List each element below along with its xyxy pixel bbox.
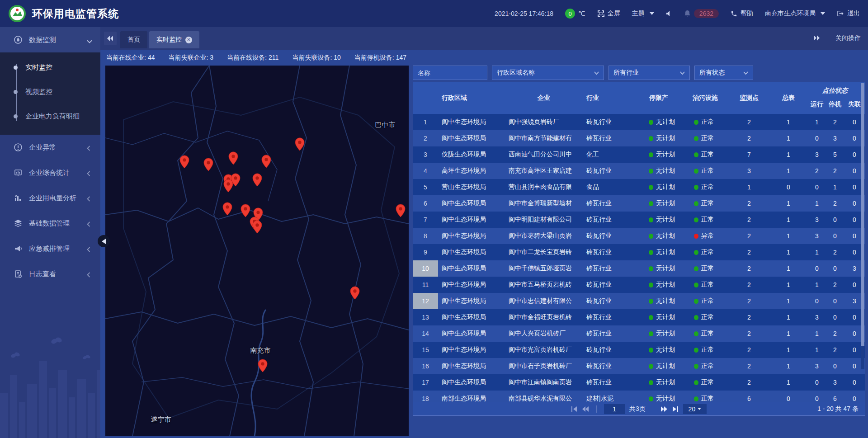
cell-region: 阆中生态环境局 [438,330,505,338]
table-row[interactable]: 15阆中生态环境局阆中市光富页岩机砖厂砖瓦行业无计划正常21120 [413,342,865,358]
table-row[interactable]: 4高坪生态环境局南充市高坪区王家店建砖瓦行业无计划正常31220 [413,163,865,179]
map-pin-icon[interactable] [350,286,360,300]
cell-lost: 0 [844,379,865,386]
cell-rownum: 14 [413,325,438,342]
cell-meters: 1 [769,346,808,353]
map-pin-icon[interactable] [241,204,250,217]
map-pin-icon[interactable] [396,204,406,217]
map-pin-icon[interactable] [179,155,189,169]
status-dot-icon [694,201,698,206]
sidebar-item-3[interactable]: 企业用电量分析 [0,185,100,211]
help-button[interactable]: 帮助 [731,9,753,18]
map-pin-icon[interactable] [252,220,262,234]
name-filter-input[interactable] [413,66,487,80]
table-row[interactable]: 8阆中生态环境局阆中市枣碧大梁山页岩砖瓦行业无计划异常21300 [413,228,865,244]
cell-stop: 2 [826,249,844,256]
cell-company: 阆中市光富页岩机砖厂 [505,346,583,354]
status-dot-icon [649,217,653,222]
next-page-button[interactable] [660,406,668,412]
map-pin-icon[interactable] [223,179,233,193]
table-row[interactable]: 2阆中生态环境局阆中市南方节能建材有砖瓦行业无计划正常21030 [413,130,865,146]
map-pin-icon[interactable] [222,202,232,216]
cell-company: 阆中大兴页岩机砖厂 [505,330,583,338]
sidebar-subitem[interactable]: 视频监控 [0,80,100,104]
fullscreen-button[interactable]: 全屏 [597,9,620,18]
table-row[interactable]: 6阆中生态环境局阆中市金博瑞新型墙材砖瓦行业无计划正常21120 [413,195,865,212]
map-panel[interactable]: 巴中市南充市遂宁市 [105,66,409,436]
sidebar-item-6[interactable]: 日志查看 [0,261,100,287]
cell-facility-status: 正常 [681,118,729,126]
theme-dropdown[interactable]: 主题 [632,9,654,18]
cell-run: 0 [808,297,826,305]
sidebar-item-4[interactable]: 基础数据管理 [0,211,100,236]
cell-rownum: 6 [413,195,438,212]
table-row[interactable]: 16阆中生态环境局阆中市石子页岩机砖厂砖瓦行业无计划正常21300 [413,358,865,374]
cell-run: 3 [808,216,826,223]
region-filter-select[interactable]: 行政区域名称 [492,66,604,80]
cell-run: 0 [808,184,826,191]
map-pin-icon[interactable] [252,173,262,187]
notifications[interactable]: 2632 [684,9,719,18]
layers-icon [14,219,23,228]
prev-page-button[interactable] [582,406,589,412]
map-collapse-button[interactable] [98,235,110,247]
table-row[interactable]: 12阆中生态环境局阆中市忠信建材有限公砖瓦行业无计划正常21003 [413,293,865,309]
temperature-badge: 0 [565,9,575,19]
cell-region: 营山生态环境局 [438,183,505,191]
table-row[interactable]: 3仪陇生态环境局西南油气田分公司川中化工无计划正常71350 [413,146,865,163]
status-filter-select[interactable]: 所有状态 [694,66,753,80]
map-pin-icon[interactable] [203,158,213,171]
tab-1[interactable]: 实时监控✕ [149,31,199,48]
logout-button[interactable]: 退出 [837,9,860,18]
first-page-button[interactable] [571,406,577,412]
sidebar-item-0[interactable]: 数据监测 [0,27,100,52]
sidebar-item-2[interactable]: 企业综合统计 [0,160,100,185]
table-scrollbar[interactable] [861,83,864,369]
table-row[interactable]: 5营山生态环境局营山县润丰肉食品有限食品无计划正常10010 [413,179,865,195]
table-row[interactable]: 11阆中生态环境局阆中市五马桥页岩机砖砖瓦行业无计划正常21120 [413,277,865,293]
table-row[interactable]: 9阆中生态环境局阆中市二龙长宝页岩砖砖瓦行业无计划正常21120 [413,244,865,260]
table-row[interactable]: 17阆中生态环境局阆中市江南镇阆南页岩砖瓦行业无计划正常21030 [413,374,865,391]
map-pin-icon[interactable] [258,359,268,372]
table-row[interactable]: 14阆中生态环境局阆中大兴页岩机砖厂砖瓦行业无计划正常21120 [413,325,865,342]
cell-rownum: 8 [413,228,438,244]
sound-toggle[interactable] [666,10,672,17]
cell-facility-status: 正常 [681,183,729,191]
cell-meters: 1 [769,314,808,321]
sidebar-item-5[interactable]: 应急减排管理 [0,236,100,261]
page-number-input[interactable] [604,404,625,414]
close-operations-button[interactable]: 关闭操作 [835,34,861,42]
close-icon[interactable]: ✕ [185,37,192,43]
chevron-down-icon [680,71,685,75]
gauge-icon [14,35,23,44]
scrollbar-thumb[interactable] [861,83,864,346]
map-pin-icon[interactable] [261,155,271,168]
logo-emblem [8,5,26,23]
cell-facility-status: 正常 [681,151,729,159]
cell-company: 南部县砚华水泥有限公 [505,395,583,402]
org-dropdown[interactable]: 南充市生态环境局 [765,9,825,18]
stat-item: 当前在线企业:44 [106,54,155,62]
tab-0[interactable]: 首页 [120,31,147,48]
table-row[interactable]: 10阆中生态环境局阆中千佛镇五郎垭页岩砖瓦行业无计划正常21003 [413,260,865,277]
last-page-button[interactable] [672,406,679,412]
sidebar-subitem[interactable]: 实时监控 [0,55,100,80]
table-row[interactable]: 7阆中生态环境局阆中明阳建材有限公司砖瓦行业无计划正常21300 [413,212,865,228]
table-row[interactable]: 1阆中生态环境局阆中强锐页岩砖厂砖瓦行业无计划正常21120 [413,114,865,130]
table-row[interactable]: 13阆中生态环境局阆中市金福旺页岩机砖砖瓦行业无计划正常21300 [413,309,865,325]
page-size-select[interactable]: 20 [683,404,707,414]
tabs-scroll-right-icon[interactable] [814,35,820,42]
sidebar-item-1[interactable]: 企业异常 [0,135,100,160]
table-row[interactable]: 18南部生态环境局南部县砚华水泥有限公建材|水泥无计划正常60060 [413,391,865,402]
cell-stop: 0 [826,265,844,272]
bell-icon [684,10,691,17]
tabs-scroll-left-icon[interactable] [104,32,117,45]
top-header: 环保用电监管系统 2021-02-25 17:46:18 0 ℃ 全屏 主题 [0,0,868,27]
map-pin-icon[interactable] [295,137,305,151]
sidebar-subitem[interactable]: 企业电力负荷明细 [0,104,100,128]
cell-run: 0 [808,135,826,142]
cell-region: 阆中生态环境局 [438,216,505,224]
map-pin-icon[interactable] [228,151,238,165]
tabs-container: 首页实时监控✕ [120,27,199,50]
industry-filter-select[interactable]: 所有行业 [609,66,690,80]
